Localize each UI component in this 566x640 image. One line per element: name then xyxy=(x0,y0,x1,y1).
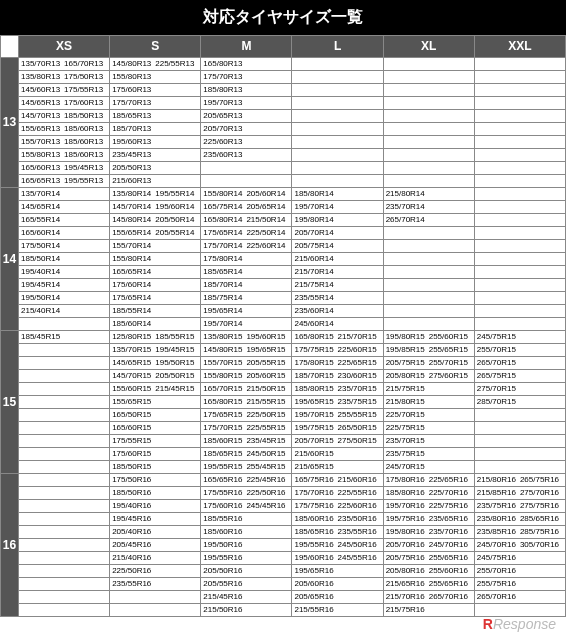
tire-size: 185/80R16 xyxy=(386,488,429,498)
cell: 195/80R16235/70R16 xyxy=(383,526,474,539)
tire-size: 205/60R14 xyxy=(246,189,289,199)
cell xyxy=(383,240,474,253)
tire-size: 245/45R16 xyxy=(246,501,289,511)
tire-size: 135/80R15 xyxy=(203,332,246,342)
cell: 205/70R14 xyxy=(292,227,383,240)
tire-size: 195/60R16 xyxy=(294,553,337,563)
tire-size: 185/70R13 xyxy=(112,124,155,134)
tire-size: 215/45R15 xyxy=(155,384,198,394)
tire-size: 215/60R13 xyxy=(112,176,155,186)
tire-size: 225/65R15 xyxy=(338,358,381,368)
cell: 205/55R16 xyxy=(201,578,292,591)
tire-size: 175/50R16 xyxy=(112,475,155,485)
cell xyxy=(292,84,383,97)
cell xyxy=(474,604,565,617)
cell: 175/60R13 xyxy=(110,84,201,97)
cell: 205/65R13 xyxy=(201,110,292,123)
table-row: 155/70R13185/60R13195/60R13225/60R13 xyxy=(1,136,566,149)
cell xyxy=(383,123,474,136)
tire-size: 205/60R16 xyxy=(294,579,337,589)
tire-size: 235/55R16 xyxy=(338,527,381,537)
cell: 195/70R15255/55R15 xyxy=(292,409,383,422)
cell: 145/80R14205/50R14 xyxy=(110,214,201,227)
tire-size: 215/60R15 xyxy=(294,449,337,459)
tire-size: 205/50R14 xyxy=(155,215,198,225)
tire-size: 185/70R14 xyxy=(203,280,246,290)
tire-size: 225/45R16 xyxy=(246,475,289,485)
tire-size: 215/75R14 xyxy=(294,280,337,290)
tire-size: 185/60R13 xyxy=(64,137,107,147)
tire-size: 165/60R13 xyxy=(21,163,64,173)
cell: 135/70R15195/45R15 xyxy=(110,344,201,357)
tire-size: 185/65R15 xyxy=(203,449,246,459)
tire-size: 155/80R14 xyxy=(112,254,155,264)
cell xyxy=(474,227,565,240)
cell: 205/70R16245/70R16 xyxy=(383,539,474,552)
cell: 245/75R16 xyxy=(474,552,565,565)
table-row: 195/45R14175/60R14185/70R14215/75R14 xyxy=(1,279,566,292)
cell: 145/80R13225/55R13 xyxy=(110,58,201,71)
tire-size: 175/50R14 xyxy=(21,241,64,251)
tire-size: 195/50R16 xyxy=(203,540,246,550)
cell: 175/50R14 xyxy=(19,240,110,253)
tire-size: 195/75R15 xyxy=(294,423,337,433)
tire-size: 225/70R16 xyxy=(429,488,472,498)
cell: 155/80R14 xyxy=(110,253,201,266)
tire-size: 215/60R16 xyxy=(338,475,381,485)
cell: 175/70R15225/55R15 xyxy=(201,422,292,435)
tire-size: 155/70R15 xyxy=(203,358,246,368)
tire-size: 185/50R14 xyxy=(21,254,64,264)
cell: 145/70R13185/50R13 xyxy=(19,110,110,123)
cell xyxy=(292,110,383,123)
tire-size: 165/80R15 xyxy=(294,332,337,342)
cell xyxy=(474,318,565,331)
tire-size: 255/70R15 xyxy=(429,358,472,368)
tire-size: 275/70R16 xyxy=(520,488,563,498)
table-row: 155/65R15165/80R15215/55R15195/65R15235/… xyxy=(1,396,566,409)
tire-size: 225/60R13 xyxy=(203,137,246,147)
tire-size: 155/65R14 xyxy=(112,228,155,238)
cell xyxy=(474,123,565,136)
tire-size: 215/55R16 xyxy=(294,605,337,615)
cell: 195/75R15265/50R15 xyxy=(292,422,383,435)
tire-size: 185/80R14 xyxy=(294,189,337,199)
cell xyxy=(474,448,565,461)
cell: 205/80R16255/60R16 xyxy=(383,565,474,578)
cell: 175/70R13 xyxy=(201,71,292,84)
cell xyxy=(201,175,292,188)
tire-size: 245/60R14 xyxy=(294,319,337,329)
tire-size: 195/45R14 xyxy=(21,280,64,290)
table-row: 155/80R13185/60R13235/45R13235/60R13 xyxy=(1,149,566,162)
tire-size: 155/80R14 xyxy=(203,189,246,199)
cell: 125/80R15185/55R15 xyxy=(110,331,201,344)
tire-size: 235/45R13 xyxy=(112,150,155,160)
tire-size: 165/75R14 xyxy=(203,202,246,212)
tire-size: 230/60R15 xyxy=(338,371,381,381)
table-row: 14135/70R14135/80R14195/55R14155/80R1420… xyxy=(1,188,566,201)
cell: 195/40R16 xyxy=(110,500,201,513)
cell: 185/70R14 xyxy=(201,279,292,292)
cell: 205/40R16 xyxy=(110,526,201,539)
table-row: 195/50R14175/65R14185/75R14235/55R14 xyxy=(1,292,566,305)
inch-label: 13 xyxy=(1,58,19,188)
cell: 195/80R14 xyxy=(292,214,383,227)
cell: 195/40R14 xyxy=(19,266,110,279)
page-title: 対応タイヤサイズ一覧 xyxy=(0,0,566,35)
tire-size: 235/55R16 xyxy=(112,579,155,589)
tire-size: 205/65R13 xyxy=(203,111,246,121)
cell: 185/55R16 xyxy=(201,513,292,526)
cell: 185/60R16 xyxy=(201,526,292,539)
tire-size: 285/70R15 xyxy=(477,397,520,407)
cell: 185/60R15235/45R15 xyxy=(201,435,292,448)
inch-label: 14 xyxy=(1,188,19,331)
cell xyxy=(19,539,110,552)
cell xyxy=(19,344,110,357)
tire-size: 165/60R14 xyxy=(21,228,64,238)
cell: 185/60R14 xyxy=(110,318,201,331)
tire-size: 225/65R16 xyxy=(429,475,472,485)
cell xyxy=(292,71,383,84)
col-m: M xyxy=(201,36,292,58)
tire-size: 265/75R15 xyxy=(477,371,520,381)
cell xyxy=(474,136,565,149)
cell: 155/80R15205/60R15 xyxy=(201,370,292,383)
